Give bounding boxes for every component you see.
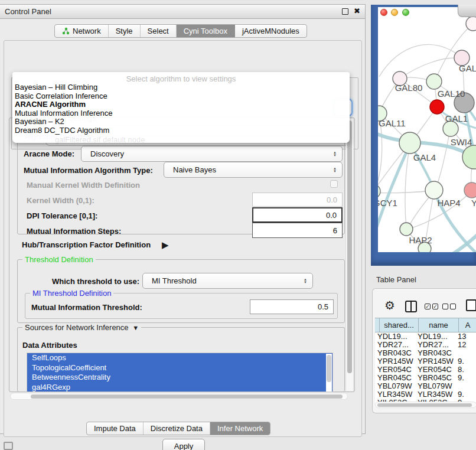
mi-threshold-field[interactable]: 0.5: [250, 299, 334, 314]
node-gal4[interactable]: [399, 132, 420, 154]
threshold-definition-group: Threshold Definition Which threshold to …: [17, 259, 345, 323]
which-threshold-combo[interactable]: MI Threshold ▲▼: [142, 273, 313, 289]
algorithm-dropdown-popup: Select algorithm to view settings Bayesi…: [12, 72, 350, 143]
apply-button[interactable]: Apply: [162, 439, 205, 450]
node-hap4[interactable]: [425, 181, 443, 199]
hub-definition-label: Hub/Transcription Factor Definition: [22, 240, 151, 249]
close-icon[interactable]: ✖: [354, 6, 360, 15]
node-swi4[interactable]: [462, 145, 476, 169]
columns-icon[interactable]: [405, 301, 417, 312]
tab-select[interactable]: Select: [141, 25, 177, 37]
tab-network[interactable]: Network: [55, 25, 109, 37]
table-row[interactable]: YER054CYER054C8.: [375, 366, 476, 374]
attribute-item-selected[interactable]: gal4RGexp: [27, 383, 332, 393]
network-graph[interactable]: GAL GAL80 GAL10 GAL11 GAL1 SWI4 GAL4 GCY…: [378, 7, 476, 252]
column-header-third[interactable]: A: [459, 318, 476, 332]
control-panel-titlebar[interactable]: Control Panel: [0, 5, 365, 19]
tab-jactivemnodules[interactable]: jActiveMNodules: [235, 25, 307, 37]
algorithm-option-selected[interactable]: ARACNE Algorithm: [12, 100, 350, 109]
table-row[interactable]: YLR345WYLR345W9.: [375, 390, 476, 399]
table-row[interactable]: YPR145WYPR145W9.: [375, 357, 476, 366]
mi-threshold-label: Mutual Information Threshold:: [31, 303, 142, 312]
node-label: GAL1: [445, 113, 468, 123]
mi-threshold-title: MI Threshold Definition: [30, 289, 113, 298]
algorithm-option[interactable]: Basic Correlation Inference: [12, 92, 350, 101]
attribute-item-selected[interactable]: TopologicalCoefficient: [27, 363, 332, 373]
mi-type-combo[interactable]: Naive Bayes ▲▼: [164, 162, 343, 178]
tab-infer-network[interactable]: Infer Network: [210, 422, 270, 435]
table-row[interactable]: YBL079WYBL079W: [375, 382, 476, 390]
node-gcy1[interactable]: [378, 184, 380, 198]
minimized-panel-icon[interactable]: [4, 442, 13, 450]
table-header-spacer: [375, 318, 380, 332]
attribute-item-selected[interactable]: SelfLoops: [27, 353, 332, 363]
node-label: HAP2: [409, 235, 432, 245]
stepper-icon: ▲▼: [304, 278, 307, 284]
column-header-name[interactable]: name: [419, 318, 459, 332]
expand-right-icon[interactable]: ▶: [162, 240, 169, 250]
table-row[interactable]: YDL19...YDL19...13: [375, 332, 476, 341]
algorithm-option[interactable]: Bayesian – K2: [12, 118, 350, 126]
attributes-scrollbar[interactable]: [326, 354, 332, 392]
control-panel-window: Control Panel ✖ Network Style Select Cyn…: [0, 4, 366, 434]
node-red[interactable]: [430, 100, 444, 114]
tab-cyni-toolbox[interactable]: Cyni Toolbox: [177, 25, 235, 37]
algorithm-option[interactable]: Dream8 DC_TDC Algorithm: [12, 126, 350, 135]
node-label: GAL80: [395, 83, 423, 93]
network-overlay-toolbar[interactable]: [458, 5, 476, 17]
table-panel-window: ⚙ ✓✓ shared... name A YDL19...YDL19...13…: [372, 288, 476, 413]
node-gal10[interactable]: [426, 74, 442, 89]
settings-vertical-scrollbar[interactable]: [345, 119, 354, 391]
table-row[interactable]: YDR27...YDR27...12: [375, 341, 476, 349]
settings-vertical-scrollbar-thumb[interactable]: [347, 120, 352, 373]
tab-style[interactable]: Style: [109, 25, 141, 37]
table-horizontal-scrollbar-thumb[interactable]: [377, 403, 472, 407]
settings-horizontal-scrollbar-thumb[interactable]: [31, 394, 343, 399]
control-panel-tabs: Network Style Select Cyni Toolbox jActiv…: [54, 24, 307, 38]
settings-horizontal-scrollbar[interactable]: [10, 393, 348, 400]
manual-kernel-checkbox[interactable]: [330, 180, 338, 188]
node-hap2[interactable]: [400, 223, 413, 236]
table-row[interactable]: YBR043CYBR043C: [375, 349, 476, 357]
table-horizontal-scrollbar[interactable]: [375, 402, 476, 408]
table-panel-title: Table Panel: [376, 275, 416, 284]
attribute-item-selected[interactable]: BetweennessCentrality: [27, 373, 332, 383]
stepper-icon: ▲▼: [333, 151, 337, 157]
kernel-width-label: Kernel Width (0,1):: [27, 196, 94, 205]
sources-group: Sources for Network Inference ▼ Data Att…: [17, 327, 345, 392]
dpi-tolerance-field[interactable]: 0.0: [252, 207, 343, 223]
data-attributes-label: Data Attributes: [22, 341, 77, 350]
tab-impute-data[interactable]: Impute Data: [87, 422, 144, 435]
window-title: Control Panel: [0, 7, 51, 16]
restore-icon[interactable]: [342, 8, 348, 15]
select-all-icon[interactable]: ✓✓: [425, 304, 438, 309]
node-table: shared... name A YDL19...YDL19...13 YDR2…: [375, 318, 476, 408]
node-unlabeled[interactable]: [466, 17, 476, 31]
aracne-mode-combo[interactable]: Discovery ▲▼: [81, 146, 343, 162]
node-label: GCY1: [378, 198, 397, 208]
collapse-down-icon[interactable]: ▼: [131, 324, 139, 331]
aracne-mode-label: Aracne Mode:: [24, 149, 74, 158]
gear-icon[interactable]: ⚙: [384, 298, 395, 312]
node-label: GAL11: [379, 118, 406, 128]
node-salmon[interactable]: [464, 182, 476, 198]
deselect-all-icon[interactable]: [442, 304, 456, 309]
node-label: GAL10: [438, 89, 465, 99]
kernel-width-field[interactable]: 0.0: [252, 193, 343, 207]
mi-steps-field[interactable]: 6: [252, 223, 343, 238]
node-label: HAP4: [437, 198, 460, 208]
cyni-toolbox-panel: galFiltered.sif default node Select algo…: [4, 40, 362, 437]
attributes-scrollbar-thumb[interactable]: [327, 355, 331, 382]
algorithm-popup-prompt: Select algorithm to view settings: [12, 74, 350, 83]
threshold-definition-title: Threshold Definition: [22, 255, 96, 264]
tab-network-label: Network: [73, 27, 101, 35]
tab-discretize-data[interactable]: Discretize Data: [144, 422, 210, 435]
node-label: GAL4: [413, 152, 436, 162]
new-table-icon[interactable]: [466, 299, 476, 311]
column-header-shared[interactable]: shared...: [380, 318, 419, 332]
stepper-icon: ▲▼: [333, 167, 337, 173]
algorithm-option[interactable]: Mutual Information Inference: [12, 109, 350, 118]
table-row[interactable]: YBR045CYBR045C9.: [375, 374, 476, 382]
bottom-tabs: Impute Data Discretize Data Infer Networ…: [86, 422, 270, 435]
algorithm-option[interactable]: Bayesian – Hill Climbing: [12, 83, 350, 92]
